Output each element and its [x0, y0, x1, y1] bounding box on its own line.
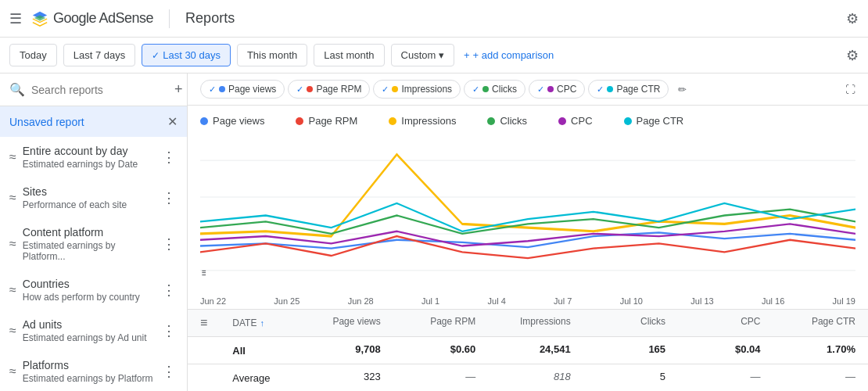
sidebar-item-title: Platforms [23, 359, 160, 371]
table-list-icon: ≡ [188, 310, 220, 336]
col-header-impressions[interactable]: Impressions [488, 310, 583, 336]
x-label: Jun 22 [200, 296, 226, 306]
sort-asc-icon[interactable]: ↑ [260, 318, 264, 328]
x-label: Jul 4 [488, 296, 506, 306]
chip-label: Clicks [492, 84, 517, 95]
chip-clicks[interactable]: ✓ Clicks [464, 80, 525, 99]
more-options-icon[interactable]: ⋮ [160, 234, 178, 254]
col-header-pagectr[interactable]: Page CTR [773, 310, 868, 336]
col-header-pageviews[interactable]: Page views [298, 310, 393, 336]
filter-last30[interactable]: ✓ Last 30 days [142, 44, 231, 66]
svg-text:≡: ≡ [202, 265, 206, 279]
legend-impressions: Impressions [389, 115, 456, 127]
filter-lastmonth[interactable]: Last month [314, 44, 384, 66]
chip-pagectr[interactable]: ✓ Page CTR [588, 80, 669, 99]
filter-thismonth[interactable]: This month [237, 44, 307, 66]
cell-date-avg: Average [220, 364, 298, 391]
filter-settings-icon[interactable]: ⚙ [846, 47, 859, 64]
table-row-all: ≡ All 9,708 $0.60 24,541 165 $0.04 1.70% [188, 337, 868, 364]
header: ☰ Google AdSense Reports ⚙ [0, 0, 868, 38]
impressions-dot [392, 86, 398, 92]
x-axis-labels: Jun 22 Jun 25 Jun 28 Jul 1 Jul 4 Jul 7 J… [188, 295, 868, 309]
sidebar: 🔍 + Unsaved report ✕ ≈ Entire account by… [0, 74, 188, 391]
menu-icon[interactable]: ☰ [9, 10, 22, 27]
chip-cpc[interactable]: ✓ CPC [529, 80, 585, 99]
x-label: Jul 7 [554, 296, 572, 306]
chart-legend: Page views Page RPM Impressions Clicks C… [188, 106, 868, 136]
report-icon: ≈ [9, 237, 16, 251]
cell-pageviews-avg: 323 [298, 364, 393, 391]
check-icon: ✓ [537, 84, 544, 95]
sidebar-item-platforms[interactable]: ≈ Platforms Estimated earnings by Platfo… [0, 351, 187, 391]
legend-pagectr: Page CTR [624, 115, 684, 127]
sidebar-item-countries[interactable]: ≈ Countries How ads perform by country ⋮ [0, 270, 187, 310]
col-header-date[interactable]: DATE ↑ [220, 310, 298, 336]
legend-label: Page views [213, 115, 264, 127]
x-label: Jul 19 [833, 296, 855, 306]
more-options-icon[interactable]: ⋮ [160, 147, 178, 167]
sidebar-item-subtitle: How ads perform by country [23, 292, 160, 303]
legend-pageviews: Page views [200, 115, 264, 127]
more-options-icon[interactable]: ⋮ [160, 280, 178, 300]
table-header-row: ≡ DATE ↑ Page views Page RPM Impressions… [188, 310, 868, 337]
table-row-average: ≡ Average 323 — 818 5 — — [188, 364, 868, 391]
cell-clicks-avg: 5 [583, 364, 678, 391]
legend-dot-pagerpm [296, 117, 303, 125]
header-title: Reports [185, 10, 235, 27]
more-options-icon[interactable]: ⋮ [160, 321, 178, 341]
report-icon: ≈ [9, 150, 16, 164]
sidebar-item-entire-account[interactable]: ≈ Entire account by day Estimated earnin… [0, 137, 187, 178]
add-report-icon[interactable]: + [174, 81, 183, 98]
clicks-dot [482, 86, 489, 92]
cell-pagerpm-avg: — [393, 364, 488, 391]
cell-pageviews-all: 9,708 [298, 337, 393, 364]
pagectr-dot [607, 86, 613, 92]
sidebar-item-title: Countries [23, 278, 160, 290]
chip-pagerpm[interactable]: ✓ Page RPM [288, 80, 370, 99]
sidebar-item-subtitle: Estimated earnings by Ad unit [23, 332, 160, 343]
col-header-clicks[interactable]: Clicks [583, 310, 678, 336]
more-options-icon[interactable]: ⋮ [160, 361, 178, 382]
legend-label: Clicks [500, 115, 527, 127]
content-area: ✓ Page views ✓ Page RPM ✓ Impressions ✓ … [188, 74, 868, 391]
chip-impressions[interactable]: ✓ Impressions [373, 80, 461, 99]
col-header-pagerpm[interactable]: Page RPM [393, 310, 488, 336]
sidebar-item-title: Sites [23, 185, 160, 198]
filter-last7[interactable]: Last 7 days [63, 44, 136, 66]
x-label: Jun 28 [348, 296, 374, 306]
filter-today[interactable]: Today [9, 44, 57, 66]
more-options-icon[interactable]: ⋮ [160, 188, 178, 208]
main-layout: 🔍 + Unsaved report ✕ ≈ Entire account by… [0, 74, 868, 391]
search-input[interactable] [31, 84, 168, 96]
close-icon[interactable]: ✕ [167, 114, 178, 129]
legend-dot-pageviews [200, 117, 208, 125]
sidebar-item-content-platform[interactable]: ≈ Content platform Estimated earnings by… [0, 218, 187, 270]
chip-label: Page views [228, 84, 276, 95]
sidebar-item-sites[interactable]: ≈ Sites Performance of each site ⋮ [0, 178, 187, 218]
cell-pagectr-avg: — [773, 364, 868, 391]
check-icon: ✓ [382, 84, 389, 95]
expand-chart-icon[interactable]: ⛶ [845, 84, 855, 95]
chip-pageviews[interactable]: ✓ Page views [200, 80, 285, 99]
chip-label: Impressions [401, 84, 452, 95]
legend-cpc: CPC [558, 115, 592, 127]
report-icon: ≈ [9, 324, 16, 338]
header-divider [169, 9, 170, 28]
legend-pagerpm: Page RPM [296, 115, 357, 127]
edit-chart-icon[interactable]: ✏ [678, 84, 687, 95]
legend-label: CPC [571, 115, 592, 127]
sidebar-item-ad-units[interactable]: ≈ Ad units Estimated earnings by Ad unit… [0, 310, 187, 351]
sidebar-item-label: Unsaved report [9, 116, 167, 128]
chart-area: ≡ [188, 136, 868, 295]
sidebar-item-unsaved[interactable]: Unsaved report ✕ [0, 106, 187, 137]
cell-date-all: All [220, 337, 298, 364]
cell-cpc-all: $0.04 [678, 337, 773, 364]
add-comparison-button[interactable]: + + add comparison [464, 49, 554, 61]
legend-dot-clicks [487, 117, 495, 125]
cell-pagerpm-all: $0.60 [393, 337, 488, 364]
settings-icon[interactable]: ⚙ [846, 10, 859, 27]
filter-custom[interactable]: Custom ▾ [391, 44, 454, 66]
adsense-logo-icon [31, 10, 48, 27]
x-label: Jun 25 [274, 296, 299, 306]
col-header-cpc[interactable]: CPC [678, 310, 773, 336]
